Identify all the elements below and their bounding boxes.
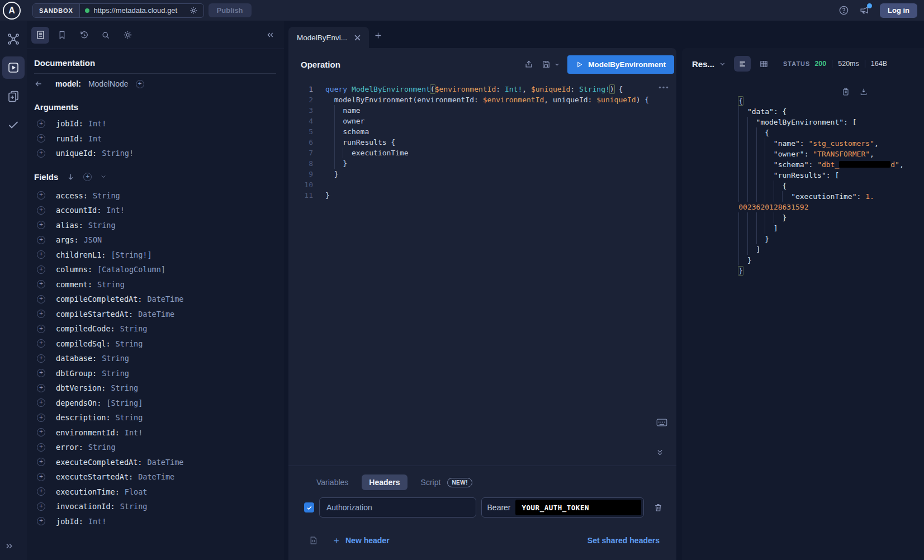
tab-variables[interactable]: Variables bbox=[316, 478, 348, 487]
add-field-icon[interactable]: + bbox=[37, 310, 45, 318]
add-field-icon[interactable]: + bbox=[37, 265, 45, 274]
add-field-icon[interactable]: + bbox=[37, 325, 45, 333]
table-view-toggle-icon[interactable] bbox=[755, 56, 772, 72]
add-field-icon[interactable]: + bbox=[37, 398, 45, 407]
breadcrumb-type-link[interactable]: ModelNode bbox=[88, 79, 129, 88]
collapse-request-panel-icon[interactable] bbox=[656, 448, 664, 457]
share-operation-icon[interactable] bbox=[524, 59, 534, 69]
tab-headers[interactable]: Headers bbox=[362, 474, 407, 490]
raw-view-toggle-icon[interactable] bbox=[734, 56, 751, 72]
add-argument-icon[interactable]: + bbox=[37, 120, 45, 128]
add-field-icon[interactable]: + bbox=[37, 339, 45, 348]
response-dropdown-chevron-icon[interactable] bbox=[719, 60, 726, 68]
field-type-link[interactable]: Float bbox=[125, 487, 148, 496]
editor-line[interactable]: 8 } bbox=[288, 158, 676, 169]
save-options-chevron-icon[interactable] bbox=[554, 61, 560, 68]
argument-type-link[interactable]: Int! bbox=[88, 119, 107, 128]
add-field-icon[interactable]: + bbox=[37, 369, 45, 377]
add-all-fields-icon[interactable]: + bbox=[136, 80, 144, 88]
header-value-input[interactable]: Bearer YOUR_AUTH_TOKEN bbox=[481, 497, 644, 518]
field-type-link[interactable]: [String] bbox=[106, 398, 143, 407]
field-type-link[interactable]: String bbox=[102, 369, 129, 378]
add-field-icon[interactable]: + bbox=[37, 517, 45, 525]
editor-line[interactable]: 3 name bbox=[288, 105, 676, 116]
operation-editor[interactable]: 1 query ModelByEnvironment($environmentI… bbox=[288, 84, 676, 201]
expand-rail-icon[interactable] bbox=[4, 541, 15, 551]
add-field-icon[interactable]: + bbox=[37, 428, 45, 436]
documentation-tab-icon[interactable] bbox=[31, 27, 49, 44]
add-field-icon[interactable]: + bbox=[37, 458, 45, 466]
field-type-link[interactable]: DateTime bbox=[147, 295, 183, 303]
field-type-link[interactable]: Int! bbox=[106, 206, 125, 215]
add-field-icon[interactable]: + bbox=[37, 295, 45, 303]
editor-line[interactable]: 6 runResults { bbox=[288, 137, 676, 148]
editor-line[interactable]: 2 modelByEnvironment(environmentId: $env… bbox=[288, 94, 676, 105]
explorer-nav-icon[interactable] bbox=[2, 56, 25, 79]
schema-nav-icon[interactable] bbox=[2, 28, 25, 50]
field-type-link[interactable]: String bbox=[116, 413, 143, 422]
field-type-link[interactable]: [CatalogColumn] bbox=[97, 265, 165, 274]
field-type-link[interactable]: String bbox=[120, 502, 148, 511]
header-name-input[interactable] bbox=[319, 497, 476, 518]
add-field-icon[interactable]: + bbox=[37, 414, 45, 422]
argument-type-link[interactable]: String! bbox=[102, 149, 134, 158]
response-title[interactable]: Res... bbox=[692, 59, 714, 69]
add-argument-icon[interactable]: + bbox=[37, 134, 45, 143]
add-fields-icon[interactable]: + bbox=[83, 173, 92, 181]
new-header-button[interactable]: New header bbox=[332, 536, 390, 545]
endpoint-settings-gear-icon[interactable] bbox=[189, 6, 198, 15]
add-field-icon[interactable]: + bbox=[37, 487, 45, 496]
field-type-link[interactable]: DateTime bbox=[138, 472, 174, 481]
add-argument-icon[interactable]: + bbox=[37, 149, 45, 158]
editor-line[interactable]: 11 } bbox=[288, 190, 676, 201]
tab-script[interactable]: Script bbox=[421, 478, 441, 487]
editor-line[interactable]: 4 owner bbox=[288, 116, 676, 126]
delete-header-icon[interactable] bbox=[653, 502, 663, 512]
edit-headers-as-code-icon[interactable] bbox=[309, 535, 318, 545]
back-arrow-icon[interactable] bbox=[34, 79, 43, 88]
field-type-link[interactable]: String bbox=[88, 443, 116, 452]
add-field-icon[interactable]: + bbox=[37, 473, 45, 481]
fields-options-chevron-icon[interactable] bbox=[100, 173, 107, 180]
announcements-icon[interactable] bbox=[859, 5, 870, 16]
header-enabled-checkbox[interactable] bbox=[304, 502, 314, 512]
editor-line[interactable]: 5 schema bbox=[288, 126, 676, 137]
checks-nav-icon[interactable] bbox=[2, 113, 25, 136]
set-shared-headers-link[interactable]: Set shared headers bbox=[587, 536, 660, 545]
field-type-link[interactable]: String bbox=[116, 339, 143, 348]
apollo-logo-icon[interactable]: A bbox=[3, 2, 21, 20]
operation-tab[interactable]: ModelByEnvi... bbox=[288, 27, 369, 48]
bookmarks-tab-icon[interactable] bbox=[53, 27, 71, 44]
add-field-icon[interactable]: + bbox=[37, 221, 45, 229]
history-tab-icon[interactable] bbox=[75, 27, 93, 44]
field-type-link[interactable]: String bbox=[102, 354, 129, 363]
field-type-link[interactable]: String bbox=[93, 191, 120, 200]
close-tab-icon[interactable] bbox=[354, 35, 361, 41]
argument-type-link[interactable]: Int bbox=[88, 134, 102, 143]
add-field-icon[interactable]: + bbox=[37, 236, 45, 244]
operation-collections-icon[interactable] bbox=[2, 85, 25, 107]
editor-line[interactable]: 9 } bbox=[288, 169, 676, 179]
save-operation-icon[interactable] bbox=[541, 59, 551, 69]
field-type-link[interactable]: String bbox=[120, 324, 148, 333]
run-operation-button[interactable]: ModelByEnvironment bbox=[567, 55, 674, 74]
field-type-link[interactable]: JSON bbox=[84, 235, 102, 244]
help-icon[interactable] bbox=[838, 5, 849, 16]
search-tab-icon[interactable] bbox=[97, 27, 115, 44]
add-field-icon[interactable]: + bbox=[37, 502, 45, 511]
add-field-icon[interactable]: + bbox=[37, 384, 45, 392]
explorer-settings-icon[interactable] bbox=[119, 27, 136, 44]
editor-line[interactable]: 10 bbox=[288, 179, 676, 190]
login-button[interactable]: Log in bbox=[880, 3, 917, 18]
endpoint-url-field[interactable]: https://metadata.cloud.get bbox=[80, 4, 203, 17]
field-type-link[interactable]: String bbox=[88, 221, 116, 230]
editor-line[interactable]: 1 query ModelByEnvironment($environmentI… bbox=[288, 84, 676, 94]
keyboard-shortcuts-icon[interactable] bbox=[656, 418, 667, 427]
publish-button[interactable]: Publish bbox=[209, 3, 252, 17]
new-tab-icon[interactable] bbox=[373, 31, 383, 40]
field-type-link[interactable]: String bbox=[111, 383, 138, 392]
field-type-link[interactable]: DateTime bbox=[147, 458, 183, 467]
endpoint-url[interactable]: https://metadata.cloud.get bbox=[94, 6, 184, 15]
editor-line[interactable]: 7 executionTime bbox=[288, 148, 676, 158]
field-type-link[interactable]: [String!] bbox=[111, 250, 151, 259]
